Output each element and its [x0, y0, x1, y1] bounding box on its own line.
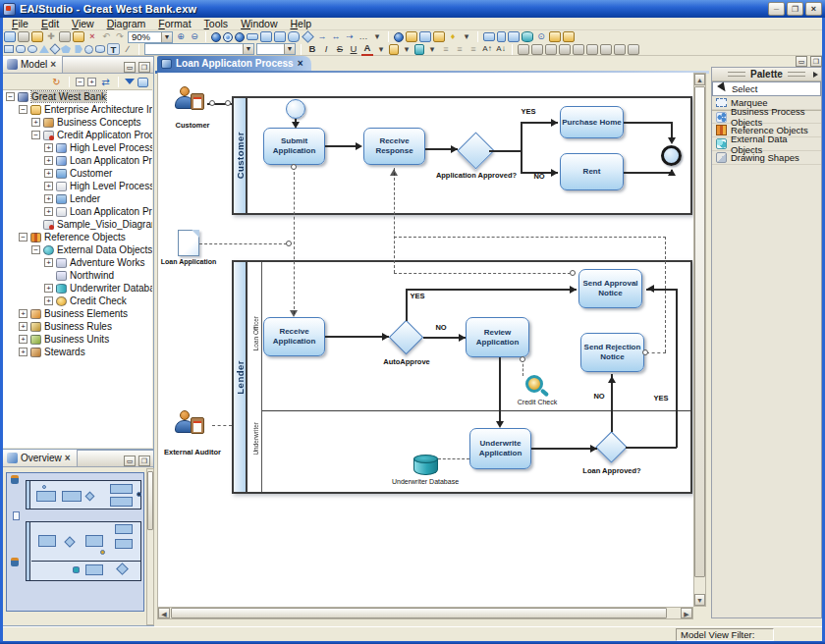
- paste-icon[interactable]: [73, 31, 84, 42]
- menu-view[interactable]: View: [66, 18, 100, 29]
- tree-item-ea-initiative[interactable]: −Enterprise Architecture Initiative: [2, 103, 152, 116]
- layout-distribute-icon[interactable]: [614, 44, 626, 55]
- tree-item-adventure-works[interactable]: +Adventure Works: [2, 256, 152, 269]
- pool-horizontal-icon[interactable]: [483, 32, 495, 41]
- overview-maximize-icon[interactable]: [138, 456, 150, 466]
- model-minimize-icon[interactable]: [124, 62, 136, 73]
- tree-item-northwind[interactable]: Northwind: [2, 269, 152, 282]
- bold-button[interactable]: B: [306, 43, 318, 55]
- zoom-combo[interactable]: 90%: [128, 31, 173, 43]
- overview-view-tab[interactable]: Overview: [1, 450, 78, 466]
- palette-maximize-icon[interactable]: [810, 56, 822, 67]
- format-painter-icon[interactable]: [389, 44, 399, 55]
- triangle-tool-icon[interactable]: [39, 45, 49, 53]
- font-family-combo[interactable]: [144, 43, 254, 55]
- link-editor-icon[interactable]: ⇄: [99, 77, 112, 88]
- tree-item-lender[interactable]: +Lender: [2, 192, 152, 205]
- scroll-left-icon[interactable]: ◀: [158, 608, 170, 618]
- sync-icon[interactable]: ↻: [50, 77, 63, 88]
- layout-organic-icon[interactable]: [559, 44, 571, 55]
- palette-minimize-icon[interactable]: [796, 56, 807, 67]
- flow-purchase-end[interactable]: [624, 122, 672, 124]
- subprocess-tool-icon[interactable]: [260, 31, 272, 42]
- message-flow-approval-h[interactable]: [394, 273, 576, 274]
- undo-icon[interactable]: [100, 31, 112, 42]
- tree-item-business-concepts[interactable]: +Business Concepts: [2, 116, 152, 129]
- pool-vertical-icon[interactable]: [497, 31, 506, 42]
- underline-button[interactable]: U: [348, 43, 359, 55]
- tree-item-high-level-process-2[interactable]: +High Level Process: [2, 180, 152, 192]
- scroll-right-icon[interactable]: ▶: [681, 608, 692, 618]
- tree-item-high-level-process[interactable]: +High Level Process: [2, 141, 152, 154]
- export-image-icon[interactable]: [31, 31, 43, 42]
- collapse-all-icon[interactable]: −: [76, 78, 84, 86]
- message-flow-submit-receiveapp[interactable]: [294, 167, 295, 314]
- pool-lender-band[interactable]: Lender: [234, 262, 248, 492]
- find-icon[interactable]: [535, 31, 547, 42]
- minimize-button[interactable]: [768, 2, 785, 16]
- people-icon[interactable]: [433, 31, 445, 42]
- expanded-subprocess-tool-icon[interactable]: [288, 31, 300, 42]
- menu-edit[interactable]: Edit: [35, 18, 65, 29]
- loan-application-document-icon[interactable]: [178, 230, 199, 256]
- message-flow-notice-receiveresponse-v[interactable]: [394, 168, 395, 273]
- editor-tab-loan-application-process[interactable]: Loan Applicaton Process ×: [157, 56, 311, 71]
- lightbulb-icon[interactable]: [447, 31, 459, 42]
- ellipse-tool-icon[interactable]: [28, 45, 37, 53]
- model-maximize-icon[interactable]: [138, 62, 150, 73]
- expand-all-icon[interactable]: +: [87, 78, 96, 86]
- palette-header[interactable]: Palette: [712, 68, 821, 81]
- diamond-tool-icon[interactable]: [49, 43, 60, 54]
- collapsed-subprocess-tool-icon[interactable]: [274, 31, 286, 42]
- task-rent[interactable]: Rent: [560, 153, 624, 190]
- zoom-combo-arrow[interactable]: [161, 32, 172, 42]
- model-view-close-icon[interactable]: [50, 59, 56, 70]
- auditor-association[interactable]: [212, 425, 232, 426]
- overview-minimap[interactable]: [6, 472, 144, 612]
- flow-loanapproved-yes-h[interactable]: [626, 447, 677, 449]
- menu-tools[interactable]: Tools: [198, 18, 235, 29]
- globe-icon[interactable]: [394, 32, 404, 42]
- font-color-dropdown-icon[interactable]: [375, 44, 387, 55]
- tree-item-reference-objects[interactable]: −Reference Objects: [2, 231, 152, 243]
- tree-item-credit-check[interactable]: +Credit Check: [2, 295, 152, 307]
- font-smaller-icon[interactable]: A↓: [495, 43, 507, 55]
- end-event[interactable]: [661, 145, 682, 166]
- layout-hierarchic-icon[interactable]: [518, 44, 529, 55]
- flow-gateway-split[interactable]: [489, 150, 522, 152]
- task-send-rejection-notice[interactable]: Send Rejection Notice: [580, 333, 644, 372]
- underwriter-database-icon[interactable]: [413, 455, 438, 477]
- palette-item-select[interactable]: Select: [712, 81, 821, 96]
- close-button[interactable]: [805, 2, 822, 16]
- task-underwrite-application[interactable]: Underwrite Application: [469, 428, 531, 469]
- rounded-rect-tool-icon[interactable]: [16, 45, 26, 53]
- tree-item-sample-visio-diagram[interactable]: Sample_Visio_Diagram: [2, 218, 152, 231]
- message-flow-rejection-h[interactable]: [394, 237, 666, 238]
- flow-underwrite-loanapproved[interactable]: [531, 448, 597, 450]
- layout-compact-icon[interactable]: [586, 44, 598, 55]
- task-submit-application[interactable]: Submit Application: [263, 128, 325, 165]
- layout-align-icon[interactable]: [600, 44, 612, 55]
- cylinder-tool-icon[interactable]: [95, 45, 105, 53]
- editor-tab-close-icon[interactable]: ×: [298, 58, 303, 69]
- align-center-icon[interactable]: [454, 44, 466, 55]
- more-flows-icon[interactable]: [358, 31, 369, 42]
- start-event-tool-icon[interactable]: [211, 32, 221, 42]
- font-color-button[interactable]: A: [361, 42, 373, 56]
- lender-lane-band[interactable]: Loan Officer Underwriter: [249, 262, 262, 492]
- fill-color-icon[interactable]: [414, 44, 424, 55]
- canvas-vscrollbar[interactable]: ▲ ▼: [693, 73, 706, 607]
- association-tool-icon[interactable]: [330, 31, 342, 42]
- flow-yes-approval-h[interactable]: [406, 289, 577, 291]
- scroll-down-icon[interactable]: ▼: [694, 594, 705, 606]
- redo-icon[interactable]: [114, 31, 126, 42]
- zoom-out-icon[interactable]: [189, 31, 200, 42]
- rectangle-tool-icon[interactable]: [4, 45, 14, 53]
- menu-diagram[interactable]: Diagram: [101, 18, 152, 29]
- end-event-tool-icon[interactable]: [235, 32, 245, 42]
- title-bar[interactable]: EA/Studio - Great West Bank.exw: [0, 0, 825, 18]
- task-receive-response[interactable]: Receive Response: [363, 128, 425, 165]
- model-report-icon[interactable]: [406, 31, 417, 42]
- credit-check-artifact-icon[interactable]: [525, 375, 549, 399]
- task-review-application[interactable]: Review Application: [466, 317, 529, 357]
